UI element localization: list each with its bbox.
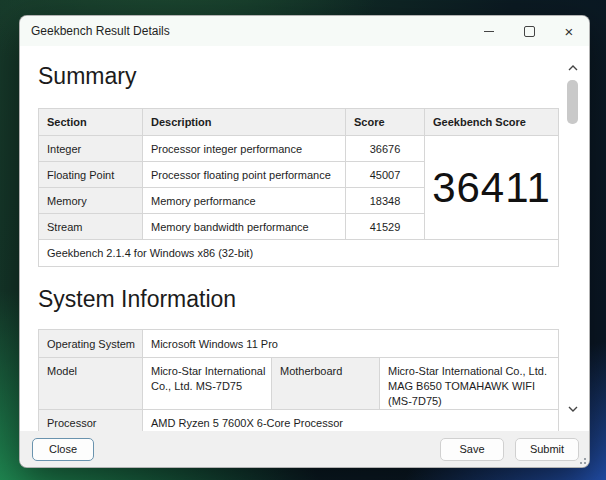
vertical-scrollbar[interactable] [563, 46, 583, 431]
dialog-button-bar: Close Save Submit [20, 431, 589, 467]
summary-header-row: Section Description Score Geekbench Scor… [39, 109, 559, 136]
motherboard-value: Micro-Star International Co., Ltd. MAG B… [380, 358, 559, 410]
column-header-geekbench-score: Geekbench Score [425, 109, 559, 136]
section-cell: Memory [39, 188, 143, 214]
description-cell: Memory performance [143, 188, 346, 214]
title-bar[interactable]: Geekbench Result Details × [20, 16, 589, 46]
window-title: Geekbench Result Details [20, 24, 469, 38]
column-header-section: Section [39, 109, 143, 136]
save-button[interactable]: Save [440, 438, 504, 461]
table-row: Operating System Microsoft Windows 11 Pr… [39, 330, 559, 358]
geekbench-result-window: Geekbench Result Details × Summary [19, 15, 590, 468]
table-row: Geekbench 2.1.4 for Windows x86 (32-bit) [39, 240, 559, 267]
close-button[interactable]: Close [32, 438, 94, 461]
section-cell: Stream [39, 214, 143, 240]
maximize-button[interactable] [509, 16, 549, 46]
scrollbar-thumb[interactable] [567, 80, 578, 124]
geekbench-version-note: Geekbench 2.1.4 for Windows x86 (32-bit) [39, 240, 559, 267]
desktop-wallpaper: Geekbench Result Details × Summary [0, 0, 606, 480]
section-cell: Integer [39, 136, 143, 162]
description-cell: Processor floating point performance [143, 162, 346, 188]
table-row: Integer Processor integer performance 36… [39, 136, 559, 162]
model-label: Model [39, 358, 143, 410]
right-button-group: Save Submit [440, 438, 579, 461]
description-cell: Processor integer performance [143, 136, 346, 162]
section-cell: Floating Point [39, 162, 143, 188]
result-scroll-area: Summary Section Description Score Geekbe… [20, 46, 589, 431]
score-cell: 41529 [346, 214, 425, 240]
summary-table: Section Description Score Geekbench Scor… [38, 108, 559, 267]
score-cell: 45007 [346, 162, 425, 188]
os-value: Microsoft Windows 11 Pro [143, 330, 559, 358]
resize-grip-icon[interactable] [576, 454, 586, 464]
model-value: Micro-Star International Co., Ltd. MS-7D… [143, 358, 272, 410]
window-controls: × [469, 16, 589, 46]
maximize-icon [524, 26, 535, 37]
os-label: Operating System [39, 330, 143, 358]
system-information-table: Operating System Microsoft Windows 11 Pr… [38, 329, 559, 438]
scroll-up-button[interactable] [563, 60, 583, 76]
scroll-down-button[interactable] [563, 401, 583, 417]
close-icon: × [565, 24, 574, 39]
minimize-icon [484, 31, 494, 32]
system-information-heading: System Information [38, 286, 558, 313]
submit-button[interactable]: Submit [515, 438, 579, 461]
geekbench-score-value: 36411 [425, 136, 559, 240]
result-content: Summary Section Description Score Geekbe… [38, 46, 558, 438]
motherboard-label: Motherboard [272, 358, 380, 410]
close-window-button[interactable]: × [549, 16, 589, 46]
description-cell: Memory bandwidth performance [143, 214, 346, 240]
chevron-down-icon [568, 406, 578, 412]
score-cell: 36676 [346, 136, 425, 162]
minimize-button[interactable] [469, 16, 509, 46]
table-row: Model Micro-Star International Co., Ltd.… [39, 358, 559, 410]
column-header-description: Description [143, 109, 346, 136]
chevron-up-icon [568, 65, 578, 71]
score-cell: 18348 [346, 188, 425, 214]
summary-heading: Summary [38, 63, 558, 90]
column-header-score: Score [346, 109, 425, 136]
